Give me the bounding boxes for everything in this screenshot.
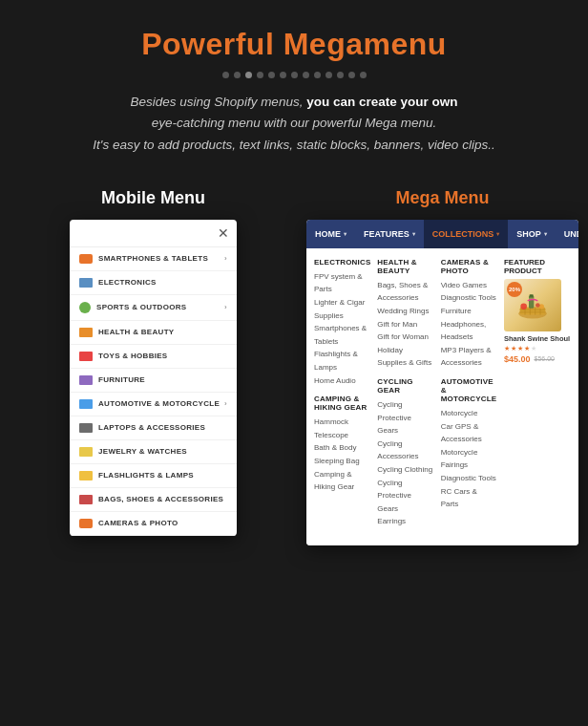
list-item[interactable]: AUTOMOTIVE & MOTORCYCLE › (70, 393, 237, 416)
dot-7[interactable] (291, 72, 298, 78)
desc-bold: you can create your own (303, 95, 457, 109)
svg-point-13 (536, 303, 540, 308)
list-item[interactable]: Home Audio (314, 374, 369, 388)
list-item[interactable]: Gift for Man (377, 318, 432, 331)
automotive-title: AUTOMOTIVE & MOTORCYCLE (441, 377, 496, 403)
chevron-right-icon: › (224, 303, 227, 311)
list-item[interactable]: JEWELRY & WATCHES (70, 440, 237, 464)
list-item[interactable]: HEALTH & BEAUTY (70, 321, 237, 345)
list-item[interactable]: LAPTOPS & ACCESSORIES (70, 416, 237, 440)
chevron-down-icon: ▾ (412, 230, 415, 237)
electronics-section: ELECTRONICS FPV system & Parts Lighter &… (314, 258, 369, 387)
jewelry-icon (79, 447, 93, 457)
dot-10[interactable] (326, 72, 332, 78)
list-item[interactable]: SMARTPHONES & TABLETS › (70, 247, 237, 271)
nav-bar: HOME ▾ FEATURES ▾ COLLECTIONS ▾ SHOP ▾ U… (306, 220, 578, 248)
product-price-row: $45.00 $56.00 (504, 354, 571, 364)
list-item[interactable]: Lighter & Cigar Supplies (314, 296, 369, 322)
dot-3[interactable] (245, 72, 252, 78)
title-accent: Megamenu (284, 27, 447, 61)
star-2: ★ (511, 345, 516, 352)
list-item[interactable]: Smartphones & Tablets (314, 322, 369, 348)
dot-9[interactable] (314, 72, 321, 78)
list-item[interactable]: Headphones, Headsets (441, 318, 496, 344)
nav-collections-label: COLLECTIONS (432, 229, 494, 239)
page-title: Powerful Megamenu (19, 27, 569, 62)
list-item[interactable]: Motorcycle (441, 407, 496, 420)
nav-item-collections[interactable]: COLLECTIONS ▾ (424, 220, 509, 248)
sale-badge: 20% (507, 282, 522, 297)
dot-2[interactable] (234, 72, 241, 78)
dropdown-content: ELECTRONICS FPV system & Parts Lighter &… (306, 248, 578, 545)
list-item[interactable]: CAMERAS & PHOTO (70, 512, 237, 536)
list-item[interactable]: Camping & Hiking Gear (314, 468, 369, 494)
list-item[interactable]: RC Cars & Parts (441, 485, 496, 511)
desc-italic: Besides using Shopify menus, (131, 95, 304, 109)
featured-product-title: FEATURED PRODUCT (504, 258, 571, 275)
dot-1[interactable] (222, 72, 229, 78)
product-image[interactable]: 20% (504, 279, 561, 331)
list-item[interactable]: Earrings (377, 515, 432, 528)
list-item[interactable]: Bath & Body (314, 441, 369, 455)
list-item[interactable]: Flashlights & Lamps (314, 348, 369, 374)
price-new: $45.00 (504, 354, 531, 364)
svg-point-11 (520, 303, 527, 310)
nav-item-shop[interactable]: SHOP ▾ (508, 220, 556, 248)
dot-13[interactable] (360, 72, 367, 78)
list-item[interactable]: Sleeping Bag (314, 455, 369, 468)
list-item[interactable]: Cycling Clothing (377, 463, 432, 477)
list-item[interactable]: Furniture (441, 305, 496, 318)
mega-panel: Mega Menu HOME ▾ FEATURES ▾ COLLECTIONS … (297, 188, 578, 545)
list-item[interactable]: Telescope (314, 429, 369, 442)
list-item[interactable]: BAGS, SHOES & ACCESSORIES (70, 488, 237, 512)
chevron-down-icon: ▾ (544, 230, 547, 237)
close-icon[interactable]: ✕ (218, 225, 229, 241)
list-item[interactable]: FLASHLIGHTS & LAMPS (70, 464, 237, 488)
dot-6[interactable] (280, 72, 286, 78)
list-item[interactable]: Cycling Accessories (377, 438, 432, 463)
list-item[interactable]: Motorcycle Fairings (441, 446, 496, 472)
dropdown-col-cameras: CAMERAS & PHOTO Video Games Diagnostic T… (441, 258, 496, 536)
sports-icon (79, 302, 91, 313)
svg-rect-9 (530, 294, 534, 297)
carousel-dots (19, 72, 569, 78)
star-1: ★ (504, 345, 510, 352)
list-item[interactable]: Wedding Rings (377, 305, 432, 318)
electronics-title: ELECTRONICS (314, 258, 369, 267)
list-item[interactable]: SPORTS & OUTDOORS › (70, 295, 237, 321)
desc-line3: It's easy to add products, text links, s… (93, 138, 494, 152)
list-item[interactable]: FPV system & Parts (314, 270, 369, 296)
nav-shop-label: SHOP (516, 229, 541, 239)
nav-item-home[interactable]: HOME ▾ (306, 220, 355, 248)
camping-section: CAMPING & HIKING GEAR Hammock Telescope … (314, 395, 369, 494)
list-item[interactable]: Cycling Protective Gears (377, 477, 432, 516)
header-section: Powerful Megamenu Besides using Shopify … (0, 0, 588, 171)
list-item[interactable]: TOYS & HOBBIES (70, 345, 237, 369)
nav-item-under69[interactable]: UNDER $69 (556, 220, 578, 248)
list-item[interactable]: Hammock (314, 416, 369, 429)
list-item[interactable]: Bags, Shoes & Accessories (377, 279, 432, 305)
list-item[interactable]: Diagnostic Tools (441, 472, 496, 485)
dot-11[interactable] (337, 72, 344, 78)
list-item[interactable]: FURNITURE (70, 369, 237, 393)
dot-5[interactable] (268, 72, 275, 78)
list-item[interactable]: Video Games (441, 279, 496, 292)
dot-12[interactable] (348, 72, 355, 78)
list-item[interactable]: Holiday Supplies & Gifts (377, 344, 432, 370)
beauty-icon (79, 328, 93, 337)
list-item[interactable]: Gift for Woman (377, 331, 432, 344)
health-beauty-section: HEALTH & BEAUTY Bags, Shoes & Accessorie… (377, 258, 432, 370)
star-4: ★ (524, 345, 530, 352)
toys-icon (79, 352, 93, 361)
dropdown-col-electronics: ELECTRONICS FPV system & Parts Lighter &… (314, 258, 369, 536)
flashlight-icon (79, 471, 93, 480)
list-item[interactable]: Cycling Protective Gears (377, 398, 432, 438)
list-item[interactable]: Car GPS & Accessories (441, 420, 496, 446)
list-item[interactable]: ELECTRONICS (70, 271, 237, 295)
list-item[interactable]: Diagnostic Tools (441, 291, 496, 305)
nav-item-features[interactable]: FEATURES ▾ (355, 220, 424, 248)
dot-8[interactable] (303, 72, 309, 78)
cameras-section: CAMERAS & PHOTO Video Games Diagnostic T… (441, 258, 496, 370)
dot-4[interactable] (257, 72, 263, 78)
list-item[interactable]: MP3 Players & Accessories (441, 344, 496, 370)
